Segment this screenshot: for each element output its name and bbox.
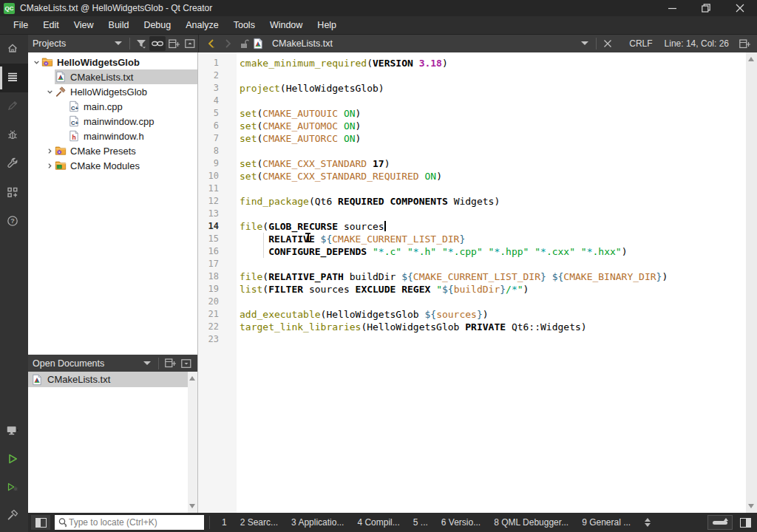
tree-item-label: CMakeLists.txt <box>70 72 133 83</box>
code-line-9[interactable]: set(CMAKE_CXX_STANDARD 17) <box>237 157 746 170</box>
mode-projects[interactable] <box>0 150 28 179</box>
output-pane-2[interactable]: 2 Searc... <box>234 513 285 532</box>
code-line-11[interactable] <box>237 183 746 195</box>
code-line-5[interactable]: set(CMAKE_AUTOUIC ON) <box>237 107 746 120</box>
output-pane-8[interactable]: 9 General ... <box>575 513 637 532</box>
code-line-3[interactable]: project(HelloWidgetsGlob) <box>237 82 746 95</box>
tree-item-mainwindow-cpp[interactable]: C+mainwindow.cpp <box>28 114 197 129</box>
scroll-up-icon[interactable] <box>189 376 195 381</box>
mode-welcome[interactable] <box>0 35 28 64</box>
code-line-14[interactable]: file(GLOB_RECURSE sources <box>237 220 746 233</box>
output-pane-6[interactable]: 6 Versio... <box>435 513 487 532</box>
code-line-16[interactable]: CONFIGURE_DEPENDS "*.c" "*.h" "*.cpp" "*… <box>237 245 746 258</box>
minimize-button[interactable] <box>655 0 689 16</box>
build-progress-button[interactable] <box>707 515 733 530</box>
code-line-22[interactable]: target_link_libraries(HelloWidgetsGlob P… <box>237 321 746 333</box>
code-line-21[interactable]: add_executable(HelloWidgetsGlob ${source… <box>237 308 746 321</box>
chevron-down-icon[interactable] <box>139 356 155 371</box>
back-icon[interactable] <box>203 36 220 51</box>
code-line-12[interactable]: find_package(Qt6 REQUIRED COMPONENTS Wid… <box>237 195 746 208</box>
design-icon <box>7 100 18 115</box>
scroll-up-icon[interactable] <box>748 57 754 61</box>
tree-item-mainwindow-h[interactable]: hmainwindow.h <box>28 129 197 143</box>
code-line-23[interactable] <box>237 333 746 346</box>
close-document-icon[interactable] <box>600 36 616 51</box>
code-line-19[interactable]: list(FILTER sources EXCLUDE REGEX "${bui… <box>237 283 746 296</box>
code-line-8[interactable] <box>237 145 746 157</box>
link-with-editor-icon[interactable] <box>149 36 166 51</box>
tree-item-main-cpp[interactable]: C+main.cpp <box>28 99 197 114</box>
tree-item-hellowidgetsglob[interactable]: HelloWidgetsGlob <box>28 55 197 69</box>
output-pane-5[interactable]: 5 ... <box>407 513 435 532</box>
mode-debug[interactable] <box>0 121 28 150</box>
expander-icon[interactable] <box>44 160 55 171</box>
unlock-icon[interactable] <box>236 36 252 51</box>
toggle-left-sidebar-button[interactable] <box>31 515 50 530</box>
mode-help[interactable]: ? <box>0 208 28 236</box>
projects-panel-title[interactable]: Projects <box>33 38 66 49</box>
code-line-17[interactable] <box>237 258 746 270</box>
run-button[interactable] <box>0 446 28 474</box>
code-line-13[interactable] <box>237 208 746 220</box>
code-line-20[interactable] <box>237 296 746 308</box>
expander-icon[interactable] <box>44 86 55 97</box>
chevron-down-icon[interactable] <box>577 36 593 51</box>
output-pane-7[interactable]: 8 QML Debugger... <box>487 513 575 532</box>
menu-help[interactable]: Help <box>310 17 344 33</box>
code-line-10[interactable]: set(CMAKE_CXX_STANDARD_REQUIRED ON) <box>237 170 746 183</box>
close-panel-icon[interactable] <box>178 356 194 371</box>
code-line-15[interactable]: RELATIVE ${CMAKE_CURRENT_LIST_DIR} <box>237 233 746 245</box>
menu-analyze[interactable]: Analyze <box>178 17 225 33</box>
tree-item-cmake-modules[interactable]: CMake Modules <box>28 158 197 173</box>
output-pane-4[interactable]: 4 Compil... <box>350 513 406 532</box>
document-selector[interactable]: CMakeLists.txt <box>272 38 333 49</box>
collapse-panel-icon[interactable] <box>182 36 198 51</box>
menu-view[interactable]: View <box>67 17 101 33</box>
scroll-down-icon[interactable] <box>748 504 754 508</box>
split-panel-icon[interactable] <box>162 356 178 371</box>
menu-edit[interactable]: Edit <box>35 17 67 33</box>
code-line-1[interactable]: cmake_minimum_required(VERSION 3.18) <box>237 57 746 69</box>
build-button[interactable] <box>0 502 28 531</box>
expander-icon[interactable] <box>31 57 41 67</box>
menu-build[interactable]: Build <box>101 17 137 33</box>
scroll-down-icon[interactable] <box>189 504 195 508</box>
forward-icon[interactable] <box>220 36 236 51</box>
mode-extensions[interactable] <box>0 179 28 208</box>
pane-updown-icon[interactable] <box>645 518 651 527</box>
output-pane-3[interactable]: 3 Applicatio... <box>285 513 350 532</box>
cursor-position-indicator[interactable]: Line: 14, Col: 26 <box>665 38 729 49</box>
editor-scrollbar[interactable] <box>746 52 757 513</box>
tree-item-cmake-presets[interactable]: CMake Presets <box>28 143 197 158</box>
menu-file[interactable]: File <box>6 17 35 33</box>
code-line-4[interactable] <box>237 95 746 107</box>
code-line-18[interactable]: file(RELATIVE_PATH buildDir ${CMAKE_CURR… <box>237 270 746 283</box>
menu-tools[interactable]: Tools <box>226 17 262 33</box>
menu-debug[interactable]: Debug <box>136 17 178 33</box>
mode-edit[interactable] <box>0 64 28 92</box>
split-editor-icon[interactable] <box>736 36 753 51</box>
code-editor[interactable]: 1234567891011121314151617181920212223 cm… <box>198 52 757 513</box>
open-documents-scrollbar[interactable] <box>188 372 197 513</box>
run-debug-button[interactable] <box>0 474 28 502</box>
chevron-down-icon[interactable] <box>110 36 126 51</box>
close-button[interactable] <box>723 0 757 16</box>
open-document-item[interactable]: CMakeLists.txt <box>28 372 189 387</box>
restore-button[interactable] <box>689 0 723 16</box>
split-panel-icon[interactable] <box>166 36 182 51</box>
code-area[interactable]: cmake_minimum_required(VERSION 3.18)proj… <box>237 52 746 513</box>
expander-icon[interactable] <box>44 146 55 156</box>
locator[interactable] <box>55 515 204 530</box>
code-line-2[interactable] <box>237 69 746 82</box>
filter-icon[interactable] <box>133 36 149 51</box>
output-pane-1[interactable]: 1 <box>215 513 234 532</box>
eol-indicator[interactable]: CRLF <box>629 38 652 49</box>
tree-item-hellowidgetsglob[interactable]: HelloWidgetsGlob <box>28 84 197 99</box>
menu-window[interactable]: Window <box>262 17 310 33</box>
kit-selector-button[interactable] <box>0 418 28 446</box>
code-line-7[interactable]: set(CMAKE_AUTORCC ON) <box>237 132 746 145</box>
locator-input[interactable] <box>69 517 201 528</box>
toggle-right-sidebar-button[interactable] <box>740 518 751 528</box>
tree-item-cmakelists-txt[interactable]: CMakeLists.txt <box>28 69 197 84</box>
code-line-6[interactable]: set(CMAKE_AUTOMOC ON) <box>237 120 746 132</box>
